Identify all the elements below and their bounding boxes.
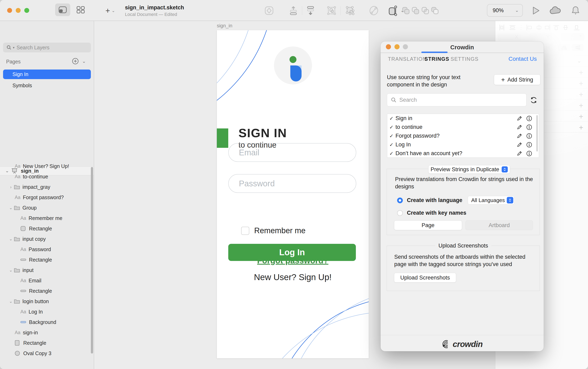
login-button[interactable]: Log In bbox=[228, 244, 356, 261]
layer-row-folder[interactable]: ⌄ login button bbox=[8, 296, 98, 306]
flip-horizontal-button[interactable] bbox=[558, 44, 570, 51]
string-row[interactable]: ✓ Log In bbox=[387, 140, 539, 149]
add-string-label: Add String bbox=[507, 77, 533, 83]
toggle-grid-view-button[interactable] bbox=[73, 3, 88, 16]
layer-row-folder[interactable]: ⌄ input copy bbox=[8, 234, 98, 244]
edit-pencil-icon[interactable] bbox=[516, 150, 523, 157]
move-forward-button[interactable] bbox=[289, 5, 298, 16]
boolean-intersect-button[interactable] bbox=[421, 5, 430, 16]
email-field[interactable]: Email bbox=[228, 143, 356, 162]
string-row[interactable]: ✓ Sign in bbox=[387, 114, 539, 123]
strings-search-input[interactable]: Search bbox=[387, 93, 526, 106]
refresh-button[interactable] bbox=[530, 96, 538, 104]
toggle-left-panel-button[interactable] bbox=[55, 3, 70, 16]
list-scrollbar[interactable] bbox=[536, 115, 538, 151]
language-dropdown[interactable]: All Languages bbox=[468, 196, 514, 204]
group-button[interactable] bbox=[327, 5, 336, 16]
boolean-difference-button[interactable] bbox=[430, 5, 439, 16]
sidebar-page-symbols[interactable]: Symbols bbox=[3, 81, 91, 90]
check-icon: ✓ bbox=[389, 151, 396, 156]
chevron-down-icon[interactable]: ⌄ bbox=[4, 168, 10, 173]
crowdin-logo-icon bbox=[442, 339, 451, 349]
add-string-button[interactable]: + Add String bbox=[494, 74, 540, 85]
chevron-down-icon[interactable]: ⌄ bbox=[8, 268, 13, 273]
radio-keys-label: Create with key names bbox=[407, 210, 466, 216]
rotation-field[interactable]: ° bbox=[561, 33, 584, 40]
boolean-subtract-button[interactable] bbox=[411, 5, 420, 16]
cloud-sync-button[interactable] bbox=[550, 5, 561, 16]
create-symbol-button[interactable] bbox=[265, 5, 273, 16]
info-icon[interactable] bbox=[526, 124, 532, 130]
edit-pencil-icon[interactable] bbox=[516, 142, 523, 148]
insert-button[interactable]: + ⌄ bbox=[102, 5, 118, 16]
minimize-button[interactable] bbox=[16, 8, 21, 13]
heading-accent-block[interactable] bbox=[217, 129, 228, 148]
impact-logo[interactable] bbox=[274, 47, 312, 84]
flip-vertical-button[interactable] bbox=[572, 44, 584, 51]
sidebar-scrollbar[interactable] bbox=[91, 167, 93, 353]
edit-pencil-icon[interactable] bbox=[516, 115, 523, 121]
info-icon[interactable] bbox=[526, 115, 532, 121]
signup-text[interactable]: New User? Sign Up! bbox=[217, 272, 369, 282]
zoom-button[interactable] bbox=[24, 8, 29, 13]
chevron-right-icon[interactable]: › bbox=[8, 185, 13, 189]
artboard-title[interactable]: sign_in bbox=[217, 23, 232, 29]
check-icon: ✓ bbox=[389, 116, 396, 121]
contact-us-link[interactable]: Contact Us bbox=[509, 56, 537, 62]
tab-settings[interactable]: SETTINGS bbox=[451, 56, 479, 62]
password-field[interactable]: Password bbox=[228, 174, 356, 193]
add-blur-button[interactable]: + bbox=[578, 123, 585, 132]
layer-row-folder[interactable]: ⌄ Group bbox=[8, 203, 98, 213]
plus-icon: + bbox=[105, 6, 110, 15]
section-collapse-chevron[interactable]: ⌄ bbox=[577, 58, 581, 64]
edit-pencil-icon[interactable] bbox=[516, 124, 523, 130]
string-row[interactable]: ✓ to continue bbox=[387, 123, 539, 131]
preview-button[interactable] bbox=[532, 5, 540, 16]
x-position-field[interactable]: X bbox=[498, 33, 521, 40]
ungroup-button[interactable] bbox=[345, 5, 355, 16]
search-layers-input[interactable]: ▾ Search Layers bbox=[3, 43, 91, 52]
remember-me-group[interactable]: Remember me bbox=[241, 226, 305, 235]
sidebar-page-sign-in[interactable]: Sign In bbox=[3, 70, 91, 79]
artboard-scope-button[interactable]: Artboard bbox=[465, 220, 533, 230]
move-backward-button[interactable] bbox=[306, 5, 315, 16]
string-row[interactable]: ✓ Forgot password? bbox=[387, 131, 539, 140]
tab-translation[interactable]: TRANSLATION bbox=[388, 56, 427, 62]
layer-row-folder[interactable]: ⌄ input bbox=[8, 265, 98, 275]
create-with-language-option[interactable]: Create with language bbox=[397, 197, 462, 203]
upload-screenshots-button[interactable]: Upload Screenshots bbox=[394, 273, 456, 283]
add-style-button[interactable]: + bbox=[578, 68, 585, 77]
line-rectangle-layer-icon bbox=[21, 259, 26, 261]
chevron-down-icon[interactable]: ⌄ bbox=[8, 205, 13, 210]
design-heading[interactable]: SIGN IN bbox=[239, 126, 287, 140]
y-position-field[interactable]: Y bbox=[529, 33, 553, 40]
info-icon[interactable] bbox=[526, 142, 532, 148]
close-button[interactable] bbox=[7, 8, 12, 13]
add-shadow-button[interactable]: + bbox=[578, 101, 585, 110]
add-page-button[interactable] bbox=[72, 58, 79, 65]
notifications-button[interactable] bbox=[571, 5, 580, 16]
preview-strings-dropdown[interactable]: Preview Strings in Duplicate bbox=[428, 165, 510, 174]
remember-checkbox[interactable] bbox=[241, 227, 249, 235]
edit-shape-button[interactable] bbox=[369, 5, 379, 16]
add-inner-shadow-button[interactable]: + bbox=[578, 112, 585, 121]
alignment-toolbar[interactable] bbox=[497, 24, 587, 31]
info-icon[interactable] bbox=[526, 150, 532, 157]
zoom-level-dropdown[interactable]: 90% ⌄ bbox=[487, 4, 523, 17]
edit-pencil-icon[interactable] bbox=[516, 133, 523, 139]
logo-blue-mark bbox=[286, 65, 306, 82]
layer-row-folder[interactable]: › impact_gray bbox=[8, 182, 98, 192]
page-scope-button[interactable]: Page bbox=[394, 220, 462, 230]
collapse-pages-chevron[interactable]: ⌄ bbox=[82, 59, 86, 64]
add-border-button[interactable]: + bbox=[578, 90, 585, 99]
string-row[interactable]: ✓ Don’t have an account yet? bbox=[387, 149, 539, 158]
chevron-down-icon[interactable]: ⌄ bbox=[8, 299, 13, 304]
crowdin-logo: crowdin bbox=[381, 339, 544, 349]
chevron-down-icon[interactable]: ⌄ bbox=[8, 237, 13, 241]
add-fill-button[interactable]: + bbox=[578, 79, 585, 88]
tab-strings[interactable]: STRINGS bbox=[424, 56, 449, 62]
boolean-union-button[interactable] bbox=[401, 5, 410, 16]
create-with-key-names-option[interactable]: Create with key names bbox=[397, 210, 466, 216]
artboard-sign-in[interactable]: SIGN IN to continue Email Password Remem… bbox=[217, 30, 369, 359]
info-icon[interactable] bbox=[526, 133, 532, 139]
